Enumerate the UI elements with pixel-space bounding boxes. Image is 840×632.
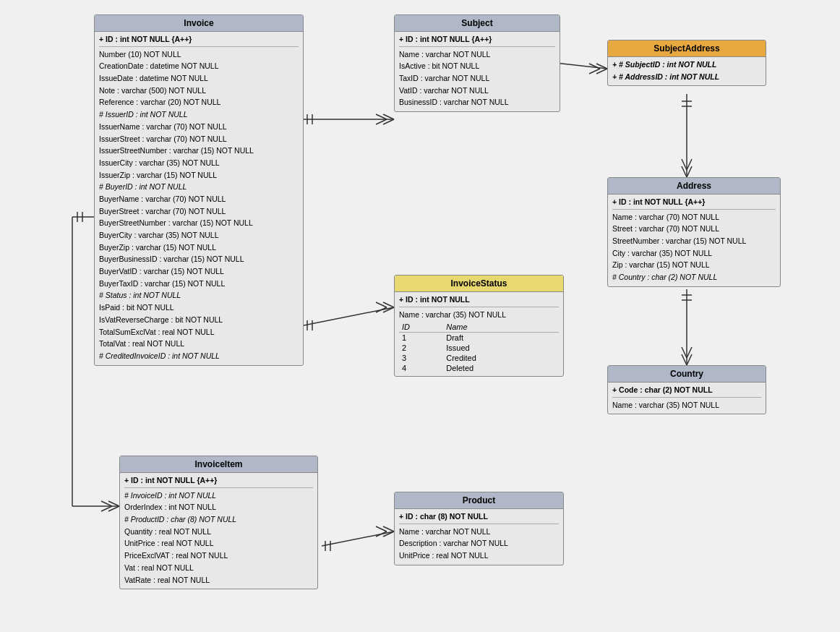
invoiceitem-row-id: + ID : int NOT NULL {A++}	[124, 474, 313, 488]
product-row-id: + ID : char (8) NOT NULL	[399, 511, 559, 524]
invoice-row-creditedinvoiceid: # CreditedInvoiceID : int NOT NULL	[99, 350, 299, 362]
svg-line-18	[687, 166, 692, 177]
invoice-row-buyerstreetnumber: BuyerStreetNumber : varchar (15) NOT NUL…	[99, 217, 299, 229]
svg-line-10	[589, 64, 600, 69]
invoice-row-number: Number (10) NOT NULL	[99, 48, 299, 61]
svg-line-8	[596, 64, 607, 69]
country-header: Country	[608, 366, 766, 383]
svg-line-11	[589, 69, 600, 74]
subject-row-businessid: BusinessID : varchar NOT NULL	[399, 96, 555, 108]
invoiceitem-header: InvoiceItem	[120, 456, 317, 473]
invoice-row-issuername: IssuerName : varchar (70) NOT NULL	[99, 121, 299, 133]
product-header: Product	[395, 492, 563, 509]
svg-line-41	[101, 506, 112, 511]
invoice-row-totalvat: TotalVat : real NOT NULL	[99, 338, 299, 350]
address-body: + ID : int NOT NULL {A++} Name : varchar…	[608, 195, 780, 286]
invoice-body: + ID : int NOT NULL {A++} Number (10) NO…	[95, 32, 303, 365]
invoiceitem-row-vat: Vat : real NOT NULL	[124, 562, 313, 574]
svg-line-4	[376, 119, 387, 124]
svg-line-27	[687, 347, 692, 358]
invoice-row-buyerbusinessid: BuyerBusinessID : varchar (15) NOT NULL	[99, 253, 299, 265]
invoice-row-issuercity: IssuerCity : varchar (35) NOT NULL	[99, 157, 299, 169]
svg-line-3	[376, 114, 387, 119]
status-val-name-2: Issued	[443, 343, 559, 353]
svg-line-17	[682, 166, 687, 177]
svg-line-31	[376, 302, 387, 307]
subjectaddress-entity: SubjectAddress + # SubjectID : int NOT N…	[607, 40, 766, 86]
status-val-name-1: Draft	[443, 333, 559, 343]
status-col-id: ID	[399, 322, 443, 333]
address-entity: Address + ID : int NOT NULL {A++} Name :…	[607, 177, 781, 287]
subjectaddress-row-addressid: + # AddressID : int NOT NULL	[612, 71, 761, 83]
address-row-city: City : varchar (35) NOT NULL	[612, 247, 776, 260]
address-row-country: # Country : char (2) NOT NULL	[612, 271, 776, 283]
invoicestatus-row-name: Name : varchar (35) NOT NULL	[399, 309, 559, 321]
product-row-description: Description : varchar NOT NULL	[399, 537, 559, 550]
svg-line-20	[687, 159, 692, 170]
invoice-row-issuerstreet: IssuerStreet : varchar (70) NOT NULL	[99, 133, 299, 145]
invoicestatus-header: InvoiceStatus	[395, 276, 563, 292]
country-row-name: Name : varchar (35) NOT NULL	[612, 399, 761, 411]
invoice-row-buyerid: # BuyerID : int NOT NULL	[99, 181, 299, 193]
subject-row-taxid: TaxID : varchar NOT NULL	[399, 72, 555, 85]
subject-header: Subject	[395, 15, 560, 32]
invoice-row-id: + ID : int NOT NULL {A++}	[99, 33, 299, 47]
invoiceitem-body: + ID : int NOT NULL {A++} # InvoiceID : …	[120, 473, 317, 589]
status-row-1: 1 Draft	[399, 333, 559, 343]
svg-line-48	[376, 531, 387, 537]
invoice-row-buyerstreet: BuyerStreet : varchar (70) NOT NULL	[99, 205, 299, 218]
status-val-id-4: 4	[399, 363, 443, 373]
status-val-name-4: Deleted	[443, 363, 559, 373]
svg-line-45	[383, 526, 394, 531]
subject-row-vatid: VatID : varchar NOT NULL	[399, 85, 555, 97]
svg-line-19	[682, 159, 687, 170]
invoice-row-ispaid: IsPaid : bit NOT NULL	[99, 302, 299, 314]
svg-line-26	[682, 347, 687, 358]
invoice-row-totalsumexclvat: TotalSumExclVat : real NOT NULL	[99, 326, 299, 338]
product-row-unitprice: UnitPrice : real NOT NULL	[399, 550, 559, 562]
status-row-4: 4 Deleted	[399, 363, 559, 373]
subject-body: + ID : int NOT NULL {A++} Name : varchar…	[395, 32, 560, 111]
status-val-id-1: 1	[399, 333, 443, 343]
product-row-name: Name : varchar NOT NULL	[399, 526, 559, 538]
invoice-header: Invoice	[95, 15, 303, 32]
invoice-row-isvatreversecharge: IsVatReverseCharge : bit NOT NULL	[99, 314, 299, 326]
svg-line-2	[383, 119, 394, 124]
status-val-id-2: 2	[399, 343, 443, 353]
invoicestatus-table: ID Name 1 Draft 2 Issued 3 Credi	[399, 322, 559, 373]
status-val-name-3: Credited	[443, 353, 559, 363]
invoice-row-status: # Status : int NOT NULL	[99, 289, 299, 302]
invoiceitem-row-vatrate: VatRate : real NOT NULL	[124, 574, 313, 586]
invoice-entity: Invoice + ID : int NOT NULL {A++} Number…	[94, 14, 304, 366]
country-row-code: + Code : char (2) NOT NULL	[612, 384, 761, 398]
invoice-row-issuerzip: IssuerZip : varchar (15) NOT NULL	[99, 169, 299, 182]
subject-entity: Subject + ID : int NOT NULL {A++} Name :…	[394, 14, 560, 112]
country-body: + Code : char (2) NOT NULL Name : varcha…	[608, 383, 766, 414]
status-col-name: Name	[443, 322, 559, 333]
invoice-row-buyercity: BuyerCity : varchar (35) NOT NULL	[99, 229, 299, 242]
invoice-row-reference: Reference : varchar (20) NOT NULL	[99, 96, 299, 108]
status-row-2: 2 Issued	[399, 343, 559, 353]
svg-line-38	[108, 501, 119, 506]
invoice-row-buyername: BuyerName : varchar (70) NOT NULL	[99, 193, 299, 205]
invoiceitem-row-priceexclvat: PriceExclVAT : real NOT NULL	[124, 550, 313, 562]
invoicestatus-row-id: + ID : int NOT NULL	[399, 294, 559, 307]
product-entity: Product + ID : char (8) NOT NULL Name : …	[394, 492, 564, 565]
invoice-row-issuedate: IssueDate : datetime NOT NULL	[99, 72, 299, 85]
product-body: + ID : char (8) NOT NULL Name : varchar …	[395, 509, 563, 565]
svg-line-28	[304, 307, 394, 325]
address-row-name: Name : varchar (70) NOT NULL	[612, 211, 776, 223]
subjectaddress-body: + # SubjectID : int NOT NULL + # Address…	[608, 57, 766, 85]
address-row-id: + ID : int NOT NULL {A++}	[612, 196, 776, 210]
address-row-street: Street : varchar (70) NOT NULL	[612, 223, 776, 235]
svg-line-40	[101, 501, 112, 506]
svg-line-25	[687, 354, 692, 365]
subject-row-isactive: IsActive : bit NOT NULL	[399, 60, 555, 72]
svg-line-47	[376, 526, 387, 531]
address-row-zip: Zip : varchar (15) NOT NULL	[612, 259, 776, 271]
invoicestatus-body: + ID : int NOT NULL Name : varchar (35) …	[395, 292, 563, 376]
address-header: Address	[608, 178, 780, 195]
subjectaddress-row-subjectid: + # SubjectID : int NOT NULL	[612, 59, 761, 71]
svg-line-44	[322, 531, 394, 546]
invoiceitem-entity: InvoiceItem + ID : int NOT NULL {A++} # …	[119, 456, 318, 589]
